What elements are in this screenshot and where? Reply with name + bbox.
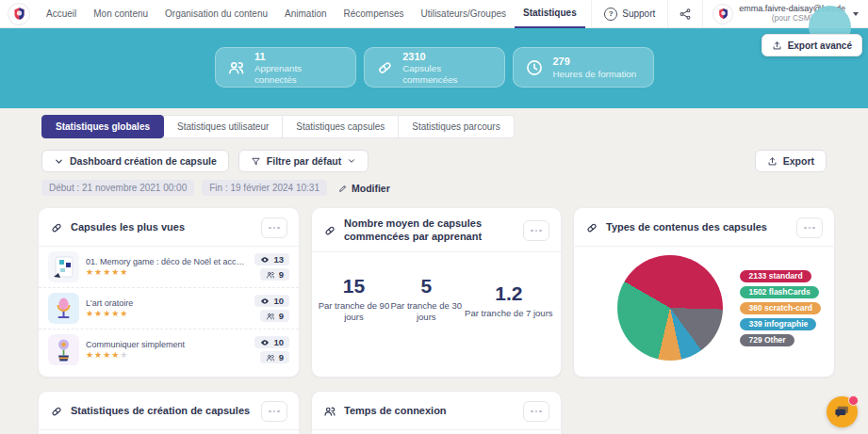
card-top-capsules: Capsules les plus vues 01. Memory game :…: [38, 207, 300, 378]
stat-label: Capsules commencées: [402, 63, 492, 86]
card-title: Capsules les plus vues: [71, 221, 254, 234]
nav-item-mon-contenu[interactable]: Mon contenu: [85, 0, 156, 28]
views-badge: 10: [254, 295, 289, 307]
advanced-export-label: Export avancé: [788, 40, 852, 51]
nav-item-recompenses[interactable]: Récompenses: [336, 0, 413, 28]
support-button[interactable]: Support: [591, 0, 667, 27]
card-header: Statistiques de création de capsules: [39, 392, 299, 430]
capsule-title: L'art oratoire: [86, 298, 248, 308]
content-types-pie: [617, 255, 723, 361]
tab-statistiques-parcours[interactable]: Statistiques parcours: [398, 115, 514, 138]
stat-value: 279: [553, 55, 637, 68]
rating-stars: ★★★★★: [86, 268, 248, 277]
card-header: Types de contenus des capsules: [574, 208, 834, 247]
learners-count: 9: [279, 269, 284, 280]
top-nav-bar: Accueil Mon contenu Organisation du cont…: [0, 0, 868, 28]
card-connection-time: Temps de connexion: [311, 391, 562, 434]
avatar: [712, 4, 733, 24]
legend-item: 729 Other: [740, 334, 794, 346]
chevron-down-icon: [54, 156, 64, 167]
legend-item: 360 scratch-card: [740, 302, 821, 314]
nav-item-accueil[interactable]: Accueil: [38, 0, 85, 28]
app-logo[interactable]: [8, 3, 30, 25]
capsule-info: 01. Memory game : déco de Noël et access…: [86, 257, 248, 277]
capsule-info: L'art oratoire ★★★★★: [86, 298, 248, 318]
average-metrics: 15 Par tranche de 90 jours 5 Par tranche…: [312, 252, 561, 324]
nav-item-utilisateurs-groupes[interactable]: Utilisateurs/Groupes: [412, 0, 515, 28]
eye-icon: [260, 297, 270, 306]
metric-7-days: 1.2 Par tranche de 7 jours: [463, 282, 555, 319]
capsule-info: Communiquer simplement ★★★★★: [86, 340, 248, 360]
date-end-chip: Fin : 19 février 2024 10:31: [202, 180, 327, 196]
edit-dates-button[interactable]: Modifier: [338, 183, 390, 194]
metric-label: Par tranche de 7 jours: [463, 308, 555, 319]
capsule-row[interactable]: Communiquer simplement ★★★★★ 10 9: [39, 330, 299, 370]
card-title: Nombre moyen de capsules commencées par …: [344, 217, 516, 244]
users-icon: [227, 58, 245, 77]
users-icon: [323, 405, 336, 418]
metric-90-days: 15 Par tranche de 90 jours: [318, 275, 390, 324]
share-icon: [679, 8, 692, 21]
card-menu-button[interactable]: [523, 220, 549, 241]
card-creation-stats: Statistiques de création de capsules: [38, 391, 300, 434]
metric-value: 1.2: [463, 282, 555, 305]
chat-fab-button[interactable]: [827, 396, 858, 427]
funnel-icon: [251, 156, 261, 167]
stat-pill-training-hours: 279 Heures de formation: [513, 47, 654, 88]
users-icon: [266, 270, 275, 280]
date-start-chip: Début : 21 novembre 2021 00:00: [41, 180, 194, 196]
stat-label: Heures de formation: [553, 69, 637, 80]
nav-item-animation[interactable]: Animation: [276, 0, 335, 28]
learners-badge: 9: [260, 310, 289, 322]
filter-button[interactable]: Filtre par défaut: [238, 150, 368, 172]
metric-value: 15: [318, 275, 390, 297]
card-title: Statistiques de création de capsules: [71, 405, 254, 418]
legend-item: 339 infographie: [740, 318, 816, 330]
capsule-icon: [50, 221, 63, 234]
metric-label: Par tranche de 30 jours: [390, 300, 463, 324]
advanced-export-button[interactable]: Export avancé: [762, 34, 862, 56]
card-menu-button[interactable]: [796, 217, 823, 238]
views-count: 10: [273, 296, 284, 306]
users-icon: [266, 312, 275, 321]
capsule-badges: 13 9: [254, 253, 289, 281]
card-menu-button[interactable]: [261, 401, 287, 422]
learners-badge: 9: [260, 351, 289, 363]
views-count: 13: [273, 254, 284, 265]
capsule-title: 01. Memory game : déco de Noël et access…: [86, 257, 248, 266]
tab-statistiques-globales[interactable]: Statistiques globales: [41, 115, 164, 138]
tab-statistiques-capsules[interactable]: Statistiques capsules: [282, 115, 399, 138]
legend-item: 2133 standard: [740, 270, 811, 282]
users-icon: [266, 353, 275, 362]
edit-dates-label: Modifier: [352, 183, 390, 194]
capsule-icon: [50, 405, 63, 418]
capsule-thumbnail: [48, 251, 79, 282]
stat-label: Apprenants connectés: [254, 63, 344, 86]
capsule-icon: [323, 224, 336, 237]
capsule-thumbnail: [48, 293, 79, 324]
capsule-badges: 10 9: [254, 295, 289, 322]
clock-icon: [525, 58, 544, 77]
card-menu-button[interactable]: [261, 217, 287, 238]
nav-item-statistiques[interactable]: Statistiques: [515, 0, 585, 28]
export-button[interactable]: Export: [755, 150, 827, 172]
card-menu-button[interactable]: [523, 401, 549, 422]
upload-icon: [772, 40, 782, 51]
stat-pill-capsules-started: 2310 Capsules commencées: [364, 47, 505, 88]
capsule-badges: 10 9: [254, 336, 289, 363]
card-content-types: Types de contenus des capsules 2133 stan…: [573, 207, 835, 378]
chevron-down-icon: [347, 156, 356, 166]
capsule-row[interactable]: 01. Memory game : déco de Noël et access…: [39, 247, 299, 288]
logo-shield-icon: [12, 7, 26, 21]
dashboard-select[interactable]: Dashboard création de capsule: [41, 150, 229, 172]
nav-item-organisation[interactable]: Organisation du contenu: [156, 0, 276, 28]
capsule-thumbnail: [48, 334, 79, 365]
share-button[interactable]: [667, 0, 703, 27]
question-icon: [604, 8, 617, 21]
pencil-icon: [338, 184, 348, 193]
capsule-row[interactable]: L'art oratoire ★★★★★ 10 9: [39, 288, 299, 330]
avatar-shield-icon: [717, 8, 729, 20]
upload-icon: [767, 156, 778, 167]
stat-value: 11: [254, 50, 344, 63]
tab-statistiques-utilisateur[interactable]: Statistiques utilisateur: [163, 115, 283, 138]
